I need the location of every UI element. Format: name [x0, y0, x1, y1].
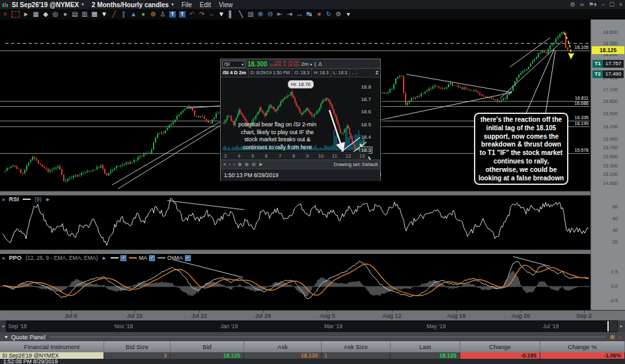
trendline-tool-icon[interactable]: ╱: [111, 10, 117, 18]
timeframe-button[interactable]: 2 Months/Hourly candles: [92, 1, 169, 8]
undo-icon[interactable]: ↶: [189, 10, 195, 18]
crosshair-tool-icon[interactable]: ⊕: [150, 10, 156, 18]
link-icon[interactable]: ∞: [580, 1, 584, 8]
text-tool-icon[interactable]: T: [169, 11, 176, 18]
dropdown-arrow-icon[interactable]: ▼: [101, 10, 107, 18]
price-axis[interactable]: 18.60018.30018.00017.70017.40017.10016.8…: [590, 20, 625, 310]
chart-scrollbar[interactable]: ◄ ► Sep '18Nov '18Jan '19Mar '19May '19J…: [0, 320, 625, 332]
date-axis[interactable]: Jul 8Jul 15Jul 22Jul 29Aug 5Aug 12Aug 19…: [0, 310, 625, 320]
close-icon[interactable]: ×: [619, 1, 622, 8]
inset-pointer-icon[interactable]: ►: [258, 161, 264, 167]
date-label: Aug 5: [320, 313, 335, 319]
quote-cell-bid: 18.125: [171, 352, 244, 359]
delete-tool-icon[interactable]: ×: [2, 10, 8, 18]
date-label: Sep 2: [576, 313, 592, 319]
ppo-cursor-icon[interactable]: ►: [102, 255, 107, 261]
scrollbar-thumb[interactable]: [609, 321, 617, 331]
quote-table-row[interactable]: SI Sep26'19 @NYMEX318.12518.130118.125-0…: [0, 352, 625, 359]
inset-zoom-out-icon[interactable]: ⊖: [251, 161, 256, 167]
menu-edit[interactable]: Edit: [200, 1, 211, 8]
scroll-left-button[interactable]: ◄: [0, 320, 6, 332]
menu-file[interactable]: File: [182, 1, 192, 8]
rsi-cursor-icon[interactable]: ►: [46, 197, 51, 203]
inset-back-icon[interactable]: «: [223, 161, 226, 167]
pan-arrow-icon[interactable]: ⇔: [208, 10, 215, 18]
circle-marker-tool-icon[interactable]: ●: [140, 10, 146, 18]
shift-scale-icon[interactable]: ↹: [306, 10, 312, 18]
legend-checkbox[interactable]: ✓: [185, 255, 191, 261]
zoom-out-icon[interactable]: ⊖: [267, 10, 273, 18]
quote-column-header[interactable]: Financial Instrument: [0, 341, 104, 352]
panel-tool-icon[interactable]: ▌: [228, 10, 234, 18]
legend-checkbox[interactable]: ✓: [120, 255, 126, 261]
ellipse-tool-icon[interactable]: ●: [62, 10, 68, 18]
inset-flask-icon[interactable]: ∆: [318, 61, 322, 67]
rsi-close-button[interactable]: ×: [2, 197, 5, 203]
select-region-icon[interactable]: [12, 11, 20, 18]
redo-icon[interactable]: ↷: [199, 10, 205, 18]
image-icon[interactable]: ▤: [72, 10, 78, 18]
pointer-tool-icon[interactable]: ►: [23, 10, 29, 18]
triangle-tool-icon[interactable]: ▲: [130, 10, 137, 18]
layout-grid-icon[interactable]: ▩: [91, 10, 98, 18]
expand-horizontal-icon[interactable]: ↔: [296, 10, 303, 18]
circle-tool-icon[interactable]: ◎: [52, 10, 59, 18]
maximize-icon[interactable]: ☐: [609, 1, 615, 8]
current-price-badge: 18.125: [592, 46, 624, 54]
inset-move-icon[interactable]: ⊕: [238, 161, 242, 167]
minimize-icon[interactable]: –: [602, 1, 605, 8]
line-slash-icon[interactable]: ╲: [238, 10, 244, 18]
menu-view[interactable]: View: [219, 1, 233, 8]
quote-close-icon[interactable]: ×: [618, 333, 622, 341]
refresh-icon[interactable]: ↻: [326, 10, 332, 18]
gear-icon[interactable]: ⚙: [570, 1, 576, 8]
inset-timeframe-dropdown[interactable]: 2m ▾: [301, 61, 312, 67]
compress-right-icon[interactable]: ⇥: [286, 10, 293, 18]
quote-column-header[interactable]: Bid Size: [104, 341, 171, 352]
candlestick-tool-icon[interactable]: ∥: [120, 10, 127, 18]
zoom-in-icon[interactable]: ⊕: [257, 10, 264, 18]
price-tick: 18.300: [603, 41, 618, 46]
inset-time-axis[interactable]: 345678910111213: [221, 152, 368, 160]
wrench-icon[interactable]: ⚙: [335, 10, 342, 18]
quote-column-header[interactable]: Ask: [244, 341, 322, 352]
hatch-tool-icon[interactable]: ▨: [247, 10, 254, 18]
inset-next-icon[interactable]: ›: [233, 161, 235, 167]
quote-column-header[interactable]: Ask Size: [322, 341, 391, 352]
snapshot-icon[interactable]: ▥: [81, 10, 88, 18]
inset-drawing-set[interactable]: Drawing set: Default: [333, 161, 378, 167]
quote-column-header[interactable]: Change: [460, 341, 540, 352]
hand-tool-icon[interactable]: ∗: [316, 10, 322, 18]
inset-candle-icon[interactable]: ∥: [314, 61, 316, 67]
inset-symbol-dropdown[interactable]: /SI ▾: [222, 61, 245, 68]
quote-column-header[interactable]: Change %: [540, 341, 625, 352]
stamp-tool-icon[interactable]: ◆: [42, 10, 49, 18]
grid-icon[interactable]: ▦: [33, 10, 39, 18]
ppo-close-button[interactable]: ×: [2, 255, 5, 261]
timeframe-caret-icon[interactable]: ▾: [171, 2, 174, 7]
inset-compress-icon[interactable]: Z: [374, 69, 380, 77]
inset-time-label: 3: [224, 153, 227, 159]
pin-icon[interactable]: ⚑▾: [589, 1, 597, 8]
inset-prev-icon[interactable]: ‹: [229, 161, 230, 167]
scroll-right-button[interactable]: ►: [618, 320, 625, 332]
inset-zoom-in-icon[interactable]: ⊕: [245, 161, 249, 167]
inset-chart-window[interactable]: /SI ▾ 18.300 -.156 -0.85% B: 18.295 A: 1…: [220, 59, 381, 181]
quote-column-header[interactable]: Last: [391, 341, 460, 352]
inset-high-tooltip: Hi: 18.76: [288, 80, 314, 89]
legend-checkbox[interactable]: ✓: [149, 255, 155, 261]
figure-tool-icon[interactable]: ♙: [160, 10, 166, 18]
quote-column-header[interactable]: Bid: [171, 341, 244, 352]
dropdown-arrow3-icon[interactable]: ▾: [345, 10, 352, 18]
status-bar: 1:52:08 PM 8/29/2019: [0, 359, 625, 364]
symbol-button[interactable]: SI Sep26'19 @NYMEX: [12, 1, 79, 8]
quote-settings-icon[interactable]: ✻: [609, 333, 615, 341]
target-price-badge: 17.490: [603, 70, 624, 78]
compress-left-icon[interactable]: ⇤: [277, 10, 283, 18]
dropdown-arrow2-icon[interactable]: ▼: [218, 10, 225, 18]
textbox-tool-icon[interactable]: T: [179, 11, 186, 18]
quote-collapse-caret[interactable]: ▼: [4, 335, 8, 339]
scrollbar-divider[interactable]: [607, 321, 609, 331]
inset-change-pct: -0.85%: [270, 64, 281, 68]
symbol-caret-icon[interactable]: ▾: [81, 2, 84, 7]
